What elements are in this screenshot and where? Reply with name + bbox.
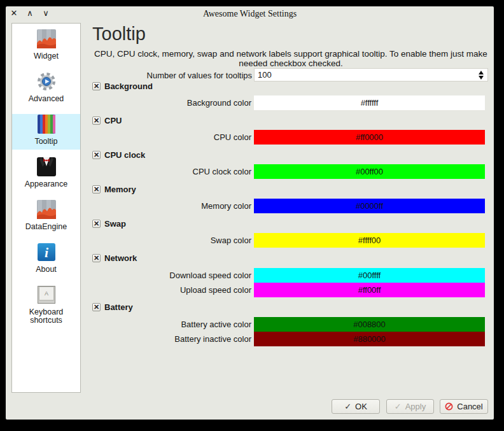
section-background: ✕ Background bbox=[92, 81, 153, 90]
cancel-button[interactable]: Cancel bbox=[440, 399, 488, 414]
swap-color-button[interactable]: #ffff00 bbox=[254, 233, 485, 248]
section-label: CPU bbox=[104, 116, 122, 125]
tooltip-values-input[interactable] bbox=[255, 69, 479, 81]
cpu-clock-color-button[interactable]: #00ff00 bbox=[254, 164, 485, 179]
apply-button-label: Apply bbox=[405, 402, 426, 411]
upload-speed-color-button[interactable]: #ff00ff bbox=[254, 283, 485, 297]
color-field-label: Background color bbox=[92, 95, 251, 110]
sidebar: Widget Advanced Tooltip bbox=[11, 23, 81, 393]
color-field-label: CPU color bbox=[92, 130, 251, 145]
settings-window: ✕ ∧ ∨ Awesome Widget Settings Widget bbox=[6, 6, 494, 420]
spin-down-icon[interactable] bbox=[479, 76, 484, 80]
spin-up-icon[interactable] bbox=[479, 71, 484, 74]
battery-inactive-color-button[interactable]: #880000 bbox=[254, 332, 485, 346]
checkbox-cpu[interactable]: ✕ bbox=[92, 117, 101, 125]
sidebar-item-label: DataEngine bbox=[12, 223, 80, 231]
info-icon: i bbox=[36, 242, 57, 262]
check-icon: ✓ bbox=[395, 402, 402, 411]
sidebar-item-label: Appearance bbox=[12, 180, 80, 188]
sidebar-item-about[interactable]: i About bbox=[12, 242, 80, 278]
download-speed-color-button[interactable]: #00ffff bbox=[254, 268, 485, 283]
sidebar-item-label: About bbox=[12, 265, 80, 274]
section-label: CPU clock bbox=[104, 150, 145, 160]
apply-button[interactable]: ✓ Apply bbox=[386, 399, 434, 414]
section-swap: ✕ Swap bbox=[92, 219, 126, 228]
sidebar-item-tooltip[interactable]: Tooltip bbox=[12, 114, 80, 150]
checkbox-network[interactable]: ✕ bbox=[92, 254, 101, 262]
sidebar-item-appearance[interactable]: Appearance bbox=[12, 157, 80, 192]
section-cpu-clock: ✕ CPU clock bbox=[92, 150, 145, 159]
checkbox-background[interactable]: ✕ bbox=[92, 82, 101, 90]
color-field-label: Upload speed color bbox=[92, 283, 251, 297]
battery-active-color-button[interactable]: #008800 bbox=[254, 317, 485, 332]
sidebar-item-label: Keyboard shortcuts bbox=[12, 308, 80, 325]
background-color-button[interactable]: #ffffff bbox=[254, 95, 485, 110]
sidebar-item-widget[interactable]: Widget bbox=[12, 29, 80, 64]
check-icon: ✓ bbox=[344, 402, 351, 411]
svg-text:i: i bbox=[44, 244, 48, 260]
section-label: Network bbox=[104, 253, 137, 263]
color-stripes-icon bbox=[36, 114, 57, 134]
tooltip-values-spinbox[interactable] bbox=[254, 68, 488, 81]
sidebar-item-dataengine[interactable]: DataEngine bbox=[12, 199, 80, 235]
section-label: Swap bbox=[104, 219, 126, 229]
titlebar: ✕ ∧ ∨ Awesome Widget Settings bbox=[6, 6, 494, 22]
ok-button-label: OK bbox=[355, 402, 367, 411]
color-field-label: Battery active color bbox=[92, 317, 251, 332]
section-label: Memory bbox=[104, 185, 136, 194]
tuxedo-icon bbox=[36, 157, 57, 177]
sidebar-item-keyboard-shortcuts[interactable]: A Keyboard shortcuts bbox=[12, 285, 80, 325]
section-cpu: ✕ CPU bbox=[92, 116, 122, 125]
gear-icon bbox=[36, 71, 57, 92]
cancel-button-label: Cancel bbox=[457, 402, 482, 411]
section-memory: ✕ Memory bbox=[92, 185, 136, 194]
sidebar-item-label: Widget bbox=[12, 52, 80, 60]
color-field-label: Memory color bbox=[92, 199, 251, 213]
sidebar-item-label: Advanced bbox=[12, 95, 80, 103]
cancel-icon bbox=[445, 402, 453, 411]
dataengine-chart-icon bbox=[36, 199, 57, 220]
section-label: Background bbox=[104, 81, 153, 91]
section-label: Battery bbox=[104, 302, 133, 312]
svg-text:A: A bbox=[44, 290, 48, 297]
section-battery: ✕ Battery bbox=[92, 302, 133, 311]
sidebar-item-advanced[interactable]: Advanced bbox=[12, 71, 80, 107]
memory-color-button[interactable]: #0000ff bbox=[254, 199, 485, 213]
checkbox-memory[interactable]: ✕ bbox=[92, 185, 101, 194]
color-field-label: CPU clock color bbox=[92, 164, 251, 179]
checkbox-cpu-clock[interactable]: ✕ bbox=[92, 151, 101, 159]
widget-chart-icon bbox=[36, 29, 57, 49]
section-network: ✕ Network bbox=[92, 253, 137, 262]
checkbox-battery[interactable]: ✕ bbox=[92, 303, 101, 311]
checkbox-swap[interactable]: ✕ bbox=[92, 220, 101, 228]
window-title: Awesome Widget Settings bbox=[6, 9, 494, 19]
tooltip-values-label: Number of values for tooltips bbox=[92, 71, 252, 80]
page-title: Tooltip bbox=[92, 23, 146, 45]
keyboard-key-icon: A bbox=[36, 285, 57, 305]
color-field-label: Download speed color bbox=[92, 268, 251, 283]
cpu-color-button[interactable]: #ff0000 bbox=[254, 130, 485, 145]
color-field-label: Swap color bbox=[92, 233, 251, 248]
sidebar-item-label: Tooltip bbox=[12, 138, 80, 146]
ok-button[interactable]: ✓ OK bbox=[332, 399, 380, 414]
color-field-label: Battery inactive color bbox=[92, 332, 251, 346]
page-description: CPU, CPU clock, memory, swap and network… bbox=[92, 49, 489, 68]
spinner-arrows bbox=[479, 70, 484, 80]
